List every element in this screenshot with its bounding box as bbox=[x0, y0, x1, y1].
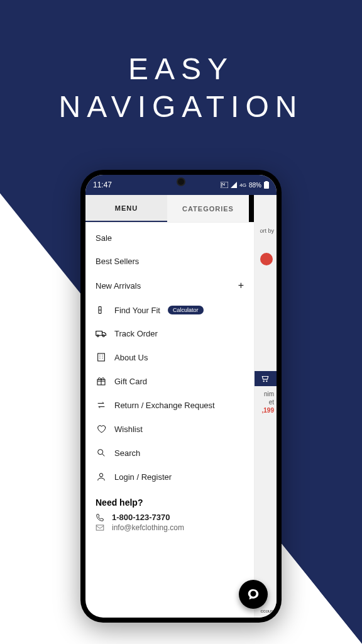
user-icon bbox=[96, 472, 107, 482]
menu-label: Search bbox=[114, 448, 140, 458]
mail-icon bbox=[96, 524, 106, 531]
cart-icon bbox=[261, 374, 270, 383]
menu-label: Gift Card bbox=[114, 377, 147, 386]
menu-item-login[interactable]: Login / Register bbox=[85, 465, 254, 489]
camera-punchhole bbox=[178, 179, 184, 185]
underlying-app-sliver: ort by nim et ,199 ccount bbox=[254, 195, 277, 618]
menu-item-sale[interactable]: Sale bbox=[85, 226, 254, 250]
help-title: Need help? bbox=[96, 497, 244, 508]
phone-frame: 11:47 4G 88% ort by nim et ,199 ccount bbox=[80, 170, 282, 623]
headline-line2: NAVIGATION bbox=[0, 88, 362, 126]
tab-menu[interactable]: MENU bbox=[85, 195, 167, 222]
status-indicators: 4G 88% bbox=[221, 181, 269, 189]
menu-item-new-arrivals[interactable]: New Arrivals + bbox=[85, 273, 254, 298]
gift-icon bbox=[96, 376, 107, 386]
menu-item-search[interactable]: Search bbox=[85, 441, 254, 465]
help-phone-number: 1-800-123-7370 bbox=[112, 513, 170, 522]
menu-item-find-fit[interactable]: Find Your Fit Calculator bbox=[85, 298, 254, 322]
sort-by-label-partial: ort by bbox=[260, 228, 274, 234]
svg-rect-1 bbox=[264, 182, 269, 189]
menu-label: Sale bbox=[96, 233, 112, 243]
phone-icon bbox=[96, 513, 106, 522]
status-time: 11:47 bbox=[93, 180, 112, 189]
exchange-icon bbox=[96, 400, 107, 410]
menu-label: Best Sellers bbox=[96, 257, 139, 266]
menu-item-return[interactable]: Return / Exchange Request bbox=[85, 393, 254, 417]
menu-item-wishlist[interactable]: Wishlist bbox=[85, 417, 254, 441]
add-to-cart-button-partial bbox=[254, 371, 277, 386]
menu-label: New Arrivals bbox=[96, 281, 141, 291]
svg-point-8 bbox=[250, 591, 256, 597]
menu-label: Wishlist bbox=[114, 425, 143, 434]
network-label: 4G bbox=[239, 182, 246, 188]
nfc-icon bbox=[221, 182, 228, 188]
heart-icon bbox=[96, 424, 107, 434]
help-phone[interactable]: 1-800-123-7370 bbox=[96, 513, 244, 522]
menu-item-gift-card[interactable]: Gift Card bbox=[85, 369, 254, 393]
search-icon bbox=[96, 448, 107, 458]
tab-categories[interactable]: CATEGORIES bbox=[167, 195, 249, 222]
signal-icon bbox=[231, 182, 237, 188]
svg-point-5 bbox=[98, 450, 103, 455]
drawer-tabs: MENU CATEGORIES bbox=[85, 195, 277, 223]
menu-item-about[interactable]: About Us bbox=[85, 345, 254, 369]
menu-label: Login / Register bbox=[114, 472, 172, 482]
svg-rect-7 bbox=[96, 525, 104, 530]
product-title-partial: nim et ,199 bbox=[262, 390, 274, 414]
help-section: Need help? 1-800-123-7370 info@kefclothi… bbox=[85, 489, 254, 532]
status-bar: 11:47 4G 88% bbox=[85, 175, 277, 195]
chat-button[interactable] bbox=[239, 580, 268, 609]
menu-item-best-sellers[interactable]: Best Sellers bbox=[85, 250, 254, 273]
help-email-address: info@kefclothing.com bbox=[112, 523, 184, 532]
battery-percent: 88% bbox=[249, 182, 261, 189]
headline-line1: EASY bbox=[0, 50, 362, 88]
menu-label: Track Order bbox=[114, 329, 158, 338]
account-label-partial: ccount bbox=[260, 608, 275, 614]
svg-point-6 bbox=[99, 474, 102, 477]
battery-icon bbox=[264, 181, 269, 189]
svg-rect-3 bbox=[98, 353, 105, 361]
phone-screen: 11:47 4G 88% ort by nim et ,199 ccount bbox=[85, 175, 277, 618]
ruler-icon bbox=[96, 305, 107, 315]
menu-label: About Us bbox=[114, 353, 148, 362]
expand-icon: + bbox=[238, 280, 244, 291]
chat-icon bbox=[246, 587, 260, 601]
menu-item-track-order[interactable]: Track Order bbox=[85, 322, 254, 345]
menu-label: Find Your Fit bbox=[114, 306, 160, 315]
drawer-menu: Sale Best Sellers New Arrivals + Find Yo… bbox=[85, 223, 254, 537]
headline: EASY NAVIGATION bbox=[0, 50, 362, 126]
building-icon bbox=[96, 352, 107, 362]
help-email[interactable]: info@kefclothing.com bbox=[96, 523, 244, 532]
calculator-badge: Calculator bbox=[168, 306, 204, 314]
svg-rect-2 bbox=[265, 181, 268, 182]
menu-label: Return / Exchange Request bbox=[114, 401, 215, 410]
discount-badge bbox=[260, 253, 273, 265]
truck-icon bbox=[96, 330, 107, 338]
product-price-partial: ,199 bbox=[262, 406, 274, 414]
